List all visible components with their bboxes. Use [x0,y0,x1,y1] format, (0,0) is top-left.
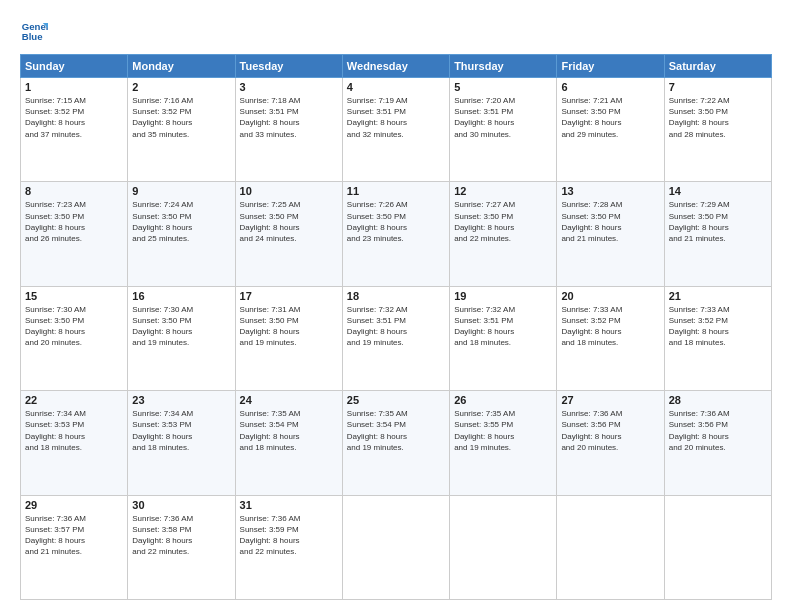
day-number: 2 [132,81,230,93]
day-cell: 4Sunrise: 7:19 AMSunset: 3:51 PMDaylight… [342,78,449,182]
day-content: Sunrise: 7:32 AMSunset: 3:51 PMDaylight:… [454,304,552,349]
day-content: Sunrise: 7:33 AMSunset: 3:52 PMDaylight:… [561,304,659,349]
day-content: Sunrise: 7:25 AMSunset: 3:50 PMDaylight:… [240,199,338,244]
day-cell [664,495,771,599]
day-cell: 19Sunrise: 7:32 AMSunset: 3:51 PMDayligh… [450,286,557,390]
day-cell: 23Sunrise: 7:34 AMSunset: 3:53 PMDayligh… [128,391,235,495]
day-cell: 12Sunrise: 7:27 AMSunset: 3:50 PMDayligh… [450,182,557,286]
day-cell: 6Sunrise: 7:21 AMSunset: 3:50 PMDaylight… [557,78,664,182]
day-content: Sunrise: 7:36 AMSunset: 3:58 PMDaylight:… [132,513,230,558]
day-cell: 14Sunrise: 7:29 AMSunset: 3:50 PMDayligh… [664,182,771,286]
day-number: 8 [25,185,123,197]
day-cell [342,495,449,599]
day-cell: 7Sunrise: 7:22 AMSunset: 3:50 PMDaylight… [664,78,771,182]
day-number: 6 [561,81,659,93]
day-content: Sunrise: 7:36 AMSunset: 3:56 PMDaylight:… [669,408,767,453]
day-number: 24 [240,394,338,406]
day-number: 11 [347,185,445,197]
day-number: 16 [132,290,230,302]
day-content: Sunrise: 7:15 AMSunset: 3:52 PMDaylight:… [25,95,123,140]
day-content: Sunrise: 7:32 AMSunset: 3:51 PMDaylight:… [347,304,445,349]
day-number: 31 [240,499,338,511]
day-number: 26 [454,394,552,406]
week-row-3: 15Sunrise: 7:30 AMSunset: 3:50 PMDayligh… [21,286,772,390]
day-cell: 26Sunrise: 7:35 AMSunset: 3:55 PMDayligh… [450,391,557,495]
day-cell: 30Sunrise: 7:36 AMSunset: 3:58 PMDayligh… [128,495,235,599]
day-cell [450,495,557,599]
day-number: 19 [454,290,552,302]
day-of-week-monday: Monday [128,55,235,78]
day-content: Sunrise: 7:20 AMSunset: 3:51 PMDaylight:… [454,95,552,140]
day-of-week-saturday: Saturday [664,55,771,78]
day-content: Sunrise: 7:35 AMSunset: 3:54 PMDaylight:… [347,408,445,453]
day-cell: 2Sunrise: 7:16 AMSunset: 3:52 PMDaylight… [128,78,235,182]
logo: General Blue [20,16,48,44]
day-cell: 22Sunrise: 7:34 AMSunset: 3:53 PMDayligh… [21,391,128,495]
day-content: Sunrise: 7:27 AMSunset: 3:50 PMDaylight:… [454,199,552,244]
day-cell: 18Sunrise: 7:32 AMSunset: 3:51 PMDayligh… [342,286,449,390]
day-content: Sunrise: 7:36 AMSunset: 3:57 PMDaylight:… [25,513,123,558]
day-cell: 5Sunrise: 7:20 AMSunset: 3:51 PMDaylight… [450,78,557,182]
week-row-2: 8Sunrise: 7:23 AMSunset: 3:50 PMDaylight… [21,182,772,286]
day-content: Sunrise: 7:21 AMSunset: 3:50 PMDaylight:… [561,95,659,140]
day-content: Sunrise: 7:30 AMSunset: 3:50 PMDaylight:… [132,304,230,349]
day-cell: 8Sunrise: 7:23 AMSunset: 3:50 PMDaylight… [21,182,128,286]
day-cell: 15Sunrise: 7:30 AMSunset: 3:50 PMDayligh… [21,286,128,390]
day-number: 29 [25,499,123,511]
day-content: Sunrise: 7:36 AMSunset: 3:59 PMDaylight:… [240,513,338,558]
day-content: Sunrise: 7:33 AMSunset: 3:52 PMDaylight:… [669,304,767,349]
day-content: Sunrise: 7:31 AMSunset: 3:50 PMDaylight:… [240,304,338,349]
logo-icon: General Blue [20,16,48,44]
day-cell: 13Sunrise: 7:28 AMSunset: 3:50 PMDayligh… [557,182,664,286]
day-content: Sunrise: 7:34 AMSunset: 3:53 PMDaylight:… [132,408,230,453]
day-number: 15 [25,290,123,302]
header: General Blue [20,16,772,44]
day-content: Sunrise: 7:23 AMSunset: 3:50 PMDaylight:… [25,199,123,244]
day-cell: 27Sunrise: 7:36 AMSunset: 3:56 PMDayligh… [557,391,664,495]
day-number: 27 [561,394,659,406]
week-row-5: 29Sunrise: 7:36 AMSunset: 3:57 PMDayligh… [21,495,772,599]
page: General Blue SundayMondayTuesdayWednesda… [0,0,792,612]
day-number: 4 [347,81,445,93]
day-number: 20 [561,290,659,302]
day-cell: 17Sunrise: 7:31 AMSunset: 3:50 PMDayligh… [235,286,342,390]
day-number: 1 [25,81,123,93]
svg-text:Blue: Blue [22,31,43,42]
day-cell: 21Sunrise: 7:33 AMSunset: 3:52 PMDayligh… [664,286,771,390]
days-header-row: SundayMondayTuesdayWednesdayThursdayFrid… [21,55,772,78]
day-number: 17 [240,290,338,302]
day-of-week-friday: Friday [557,55,664,78]
day-cell: 29Sunrise: 7:36 AMSunset: 3:57 PMDayligh… [21,495,128,599]
day-cell: 31Sunrise: 7:36 AMSunset: 3:59 PMDayligh… [235,495,342,599]
day-content: Sunrise: 7:22 AMSunset: 3:50 PMDaylight:… [669,95,767,140]
day-content: Sunrise: 7:29 AMSunset: 3:50 PMDaylight:… [669,199,767,244]
day-cell: 28Sunrise: 7:36 AMSunset: 3:56 PMDayligh… [664,391,771,495]
day-of-week-thursday: Thursday [450,55,557,78]
day-content: Sunrise: 7:19 AMSunset: 3:51 PMDaylight:… [347,95,445,140]
day-cell: 10Sunrise: 7:25 AMSunset: 3:50 PMDayligh… [235,182,342,286]
day-number: 5 [454,81,552,93]
day-number: 21 [669,290,767,302]
day-of-week-wednesday: Wednesday [342,55,449,78]
day-number: 7 [669,81,767,93]
day-number: 22 [25,394,123,406]
day-number: 30 [132,499,230,511]
day-of-week-sunday: Sunday [21,55,128,78]
day-cell: 16Sunrise: 7:30 AMSunset: 3:50 PMDayligh… [128,286,235,390]
day-number: 13 [561,185,659,197]
day-cell: 11Sunrise: 7:26 AMSunset: 3:50 PMDayligh… [342,182,449,286]
day-content: Sunrise: 7:35 AMSunset: 3:54 PMDaylight:… [240,408,338,453]
day-of-week-tuesday: Tuesday [235,55,342,78]
week-row-4: 22Sunrise: 7:34 AMSunset: 3:53 PMDayligh… [21,391,772,495]
day-content: Sunrise: 7:18 AMSunset: 3:51 PMDaylight:… [240,95,338,140]
day-content: Sunrise: 7:34 AMSunset: 3:53 PMDaylight:… [25,408,123,453]
day-number: 9 [132,185,230,197]
week-row-1: 1Sunrise: 7:15 AMSunset: 3:52 PMDaylight… [21,78,772,182]
day-cell: 3Sunrise: 7:18 AMSunset: 3:51 PMDaylight… [235,78,342,182]
day-content: Sunrise: 7:28 AMSunset: 3:50 PMDaylight:… [561,199,659,244]
calendar-table: SundayMondayTuesdayWednesdayThursdayFrid… [20,54,772,600]
day-content: Sunrise: 7:26 AMSunset: 3:50 PMDaylight:… [347,199,445,244]
day-number: 10 [240,185,338,197]
day-cell: 20Sunrise: 7:33 AMSunset: 3:52 PMDayligh… [557,286,664,390]
day-number: 14 [669,185,767,197]
